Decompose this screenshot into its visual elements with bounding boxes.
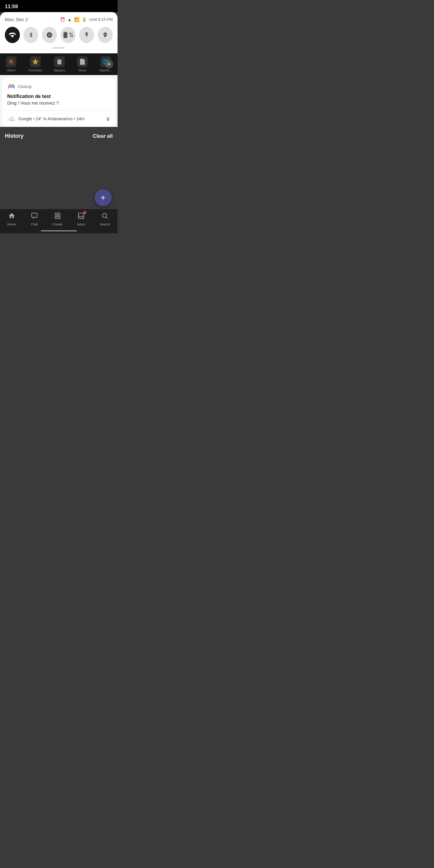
weather-expand-icon[interactable]: ∨: [106, 115, 110, 122]
inbox-badge: [84, 211, 87, 214]
weather-text: Google • 24° in Antananarivo • 14m: [19, 116, 84, 121]
nav-item-search[interactable]: Search: [100, 212, 110, 226]
clickup-logo-icon: [7, 82, 16, 91]
app-strip-silent: 🔕 Silent: [6, 56, 17, 72]
nav-item-chat[interactable]: Chat: [31, 212, 38, 226]
qs-header: Mon, Dec 2 ⏰ ▲ 📶 🔋 Until 8:15 PM: [5, 17, 113, 22]
svg-point-2: [57, 214, 59, 216]
cell-signal-icon: 📶: [74, 17, 79, 22]
drag-handle[interactable]: [53, 47, 65, 49]
dashboards-label: Dashb...: [99, 68, 112, 72]
search-label: Search: [100, 222, 110, 226]
bottom-nav: Home Chat Create: [0, 209, 118, 233]
nav-item-home[interactable]: Home: [7, 212, 16, 226]
silent-icon: 🔕: [6, 56, 17, 67]
create-icon: [54, 212, 61, 221]
toggle-dnd[interactable]: [42, 27, 57, 43]
docs-icon: 📄: [77, 56, 88, 67]
notifications-area: ClickUp Notification de test Ding ! Vous…: [0, 75, 118, 127]
history-bar: History Clear all: [0, 127, 118, 143]
chat-label: Chat: [31, 222, 38, 226]
chat-icon: [31, 212, 38, 221]
favorites-label: Favorites: [28, 68, 42, 72]
fab-container: +: [95, 189, 112, 206]
qs-date: Mon, Dec 2: [5, 17, 28, 22]
nav-item-create[interactable]: Create: [53, 212, 62, 226]
silent-label: Silent: [7, 68, 16, 72]
toggle-location[interactable]: [98, 27, 113, 43]
toggle-bluetooth[interactable]: [24, 27, 38, 43]
toggle-rotate[interactable]: ⇅: [61, 27, 76, 43]
spaces-label: Spaces: [54, 68, 65, 72]
clear-all-button[interactable]: Clear all: [93, 133, 113, 139]
create-label: Create: [53, 222, 62, 226]
quick-settings-panel: Mon, Dec 2 ⏰ ▲ 📶 🔋 Until 8:15 PM: [0, 12, 118, 53]
app-strip-favorites: ⭐ Favorites: [28, 56, 42, 72]
qs-icons-right: ⏰ ▲ 📶 🔋 Until 8:15 PM: [60, 17, 113, 22]
toggle-wifi[interactable]: [5, 27, 20, 43]
notif-body: Ding ! Vous me recevez ?: [7, 100, 110, 105]
home-label: Home: [7, 222, 16, 226]
weather-cloud-icon: ☁️: [7, 115, 16, 123]
app-strip-docs: 📄 Docs: [77, 56, 88, 72]
toggle-flashlight[interactable]: [79, 27, 94, 43]
docs-label: Docs: [79, 68, 86, 72]
notif-title: Notification de test: [7, 94, 110, 99]
qs-until-text: Until 8:15 PM: [89, 17, 113, 22]
battery-icon: 🔋: [82, 17, 87, 22]
app-bg-strip: 🔕 Silent ⭐ Favorites 📋 Spaces 📄 Docs 🌐 D…: [0, 53, 118, 75]
nav-item-inbox[interactable]: Inbox: [77, 212, 85, 226]
close-overlay-button[interactable]: ✕: [105, 60, 113, 68]
history-label: History: [5, 133, 24, 139]
svg-rect-0: [32, 213, 37, 217]
notif-clickup-body: ClickUp Notification de test Ding ! Vous…: [2, 78, 115, 110]
svg-line-5: [106, 217, 108, 219]
app-strip-spaces: 📋 Spaces: [54, 56, 65, 72]
home-indicator: [41, 230, 77, 231]
notif-weather[interactable]: ☁️ Google • 24° in Antananarivo • 14m ∨: [2, 111, 115, 127]
spaces-icon: 📋: [54, 56, 65, 67]
inbox-icon: [78, 212, 85, 221]
status-time: 11:59: [5, 4, 18, 10]
alarm-icon: ⏰: [60, 17, 65, 22]
status-bar: 11:59: [0, 0, 118, 12]
notif-app-row: ClickUp: [7, 82, 110, 91]
notif-weather-left: ☁️ Google • 24° in Antananarivo • 14m: [7, 115, 84, 123]
search-icon: [101, 212, 108, 221]
home-icon: [8, 212, 16, 221]
notification-clickup[interactable]: ClickUp Notification de test Ding ! Vous…: [2, 78, 115, 127]
svg-point-4: [102, 213, 107, 218]
signal-wifi-icon: ▲: [67, 17, 72, 22]
fab-add-button[interactable]: +: [95, 189, 112, 206]
favorites-icon: ⭐: [30, 56, 41, 67]
notif-app-name: ClickUp: [18, 84, 32, 89]
inbox-label: Inbox: [77, 222, 85, 226]
qs-toggles: ⇅: [5, 27, 113, 43]
